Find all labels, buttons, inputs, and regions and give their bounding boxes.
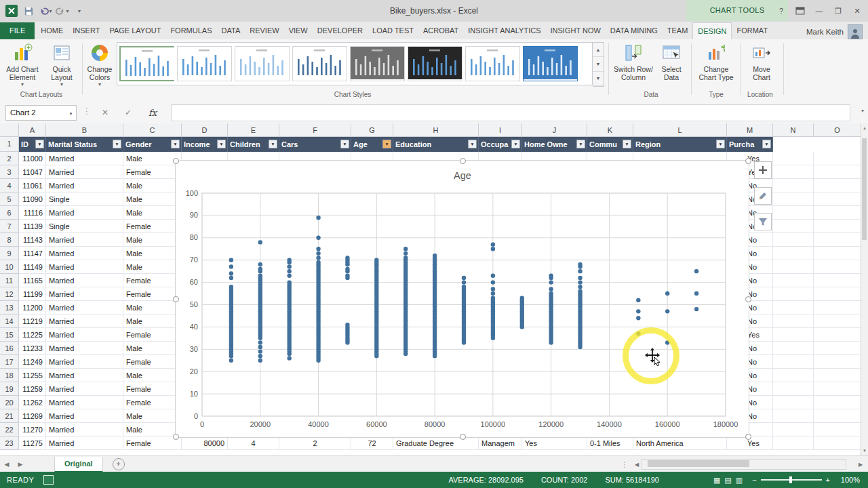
cell-B17[interactable]: Married — [46, 355, 123, 369]
cell-C14[interactable]: Male — [123, 314, 182, 328]
new-sheet-icon[interactable]: + — [113, 458, 125, 470]
cell-C4[interactable]: Male — [123, 179, 182, 192]
account-box[interactable]: Mark Keith — [806, 24, 868, 39]
filter-dropdown-icon[interactable]: ▼ — [576, 140, 585, 148]
cell-N11[interactable] — [773, 274, 814, 287]
cell-C9[interactable]: Male — [123, 247, 182, 260]
cell-B11[interactable]: Married — [46, 274, 123, 287]
cancel-formula-icon[interactable]: ✕ — [96, 105, 114, 120]
cell-O11[interactable] — [814, 274, 861, 287]
tab-review[interactable]: REVIEW — [245, 22, 283, 39]
row-header-12[interactable]: 12 — [0, 287, 19, 301]
column-header-H[interactable]: H — [393, 123, 479, 137]
table-header-cars[interactable]: Cars▼ — [279, 137, 351, 152]
column-header-J[interactable]: J — [522, 123, 587, 137]
cell-B4[interactable]: Married — [46, 179, 123, 192]
cell-C18[interactable]: Male — [123, 369, 182, 382]
view-page-break-icon[interactable]: ▥ — [736, 476, 743, 485]
column-header-K[interactable]: K — [587, 123, 633, 137]
cell-A20[interactable]: 11262 — [19, 396, 46, 409]
chart-selection-handle[interactable] — [745, 296, 751, 302]
cell-O2[interactable] — [814, 152, 861, 165]
table-header-occupa[interactable]: Occupa▼ — [479, 137, 522, 152]
cell-C17[interactable]: Female — [123, 355, 182, 369]
column-header-L[interactable]: L — [633, 123, 727, 137]
row-header-16[interactable]: 16 — [0, 342, 19, 355]
change-chart-type-button[interactable]: Change Chart Type — [696, 41, 736, 89]
sheet-nav-right-icon[interactable]: ▶ — [14, 461, 27, 468]
cell-A16[interactable]: 11233 — [19, 342, 46, 355]
chart-selection-handle[interactable] — [745, 434, 751, 440]
table-header-age[interactable]: Age▼ — [351, 137, 393, 152]
sheet-nav-left-icon[interactable]: ◀ — [0, 461, 14, 468]
macro-record-icon[interactable] — [43, 475, 54, 485]
cell-O9[interactable] — [814, 247, 861, 260]
chart-style-2[interactable] — [177, 46, 232, 81]
cell-C20[interactable]: Female — [123, 396, 182, 409]
table-header-marital-status[interactable]: Marital Status▼ — [46, 137, 123, 152]
name-box-dropdown-icon[interactable]: ▾ — [66, 105, 77, 121]
cell-A3[interactable]: 11047 — [19, 165, 46, 179]
cell-C8[interactable]: Male — [123, 233, 182, 247]
cell-N8[interactable] — [773, 233, 814, 247]
chart-filters-button[interactable] — [754, 213, 772, 230]
cell-B14[interactable]: Married — [46, 314, 123, 328]
column-header-D[interactable]: D — [182, 123, 228, 137]
gallery-down-icon[interactable]: ▼ — [593, 57, 604, 71]
cell-B16[interactable]: Married — [46, 342, 123, 355]
cell-A5[interactable]: 11090 — [19, 192, 46, 206]
cell-N21[interactable] — [773, 409, 814, 423]
row-header-22[interactable]: 22 — [0, 423, 19, 436]
column-header-G[interactable]: G — [351, 123, 393, 137]
chart-styles-button[interactable] — [754, 187, 772, 205]
cell-A7[interactable]: 11139 — [19, 220, 46, 233]
cell-C6[interactable]: Male — [123, 206, 182, 220]
cell-N12[interactable] — [773, 287, 814, 301]
row-header-6[interactable]: 6 — [0, 206, 19, 220]
select-data-button[interactable]: Select Data — [655, 41, 688, 89]
tab-insight-now[interactable]: INSIGHT NOW — [546, 22, 606, 39]
cell-O13[interactable] — [814, 301, 861, 314]
cell-B5[interactable]: Single — [46, 192, 123, 206]
expand-formula-bar-icon[interactable]: ▾ — [861, 108, 864, 114]
row-header-9[interactable]: 9 — [0, 247, 19, 260]
filter-dropdown-icon[interactable]: ▼ — [171, 140, 180, 148]
filter-dropdown-icon[interactable]: ▼ — [468, 140, 477, 148]
cell-O21[interactable] — [814, 409, 861, 423]
column-header-M[interactable]: M — [727, 123, 773, 137]
vertical-scroll-thumb[interactable] — [862, 138, 867, 240]
cell-A6[interactable]: 11116 — [19, 206, 46, 220]
cell-O15[interactable] — [814, 328, 861, 342]
column-header-F[interactable]: F — [279, 123, 351, 137]
name-box[interactable]: Chart 2 — [5, 105, 71, 121]
cell-C21[interactable]: Male — [123, 409, 182, 423]
cell-B23[interactable]: Married — [46, 436, 123, 450]
switch-row-column-button[interactable]: Switch Row/ Column — [614, 41, 653, 89]
cell-A2[interactable]: 11000 — [19, 152, 46, 165]
tab-insight-analytics[interactable]: INSIGHT ANALYTICS — [463, 22, 545, 39]
chart-selection-handle[interactable] — [173, 158, 179, 164]
chart-selection-handle[interactable] — [173, 434, 179, 440]
zoom-slider-knob[interactable] — [789, 476, 792, 483]
help-button[interactable]: ? — [772, 3, 791, 19]
tab-file[interactable]: FILE — [0, 22, 35, 39]
cell-B21[interactable]: Married — [46, 409, 123, 423]
cell-O16[interactable] — [814, 342, 861, 355]
cell-N19[interactable] — [773, 382, 814, 396]
cell-A23[interactable]: 11275 — [19, 436, 46, 450]
row-header-15[interactable]: 15 — [0, 328, 19, 342]
cell-A17[interactable]: 11249 — [19, 355, 46, 369]
cell-O19[interactable] — [814, 382, 861, 396]
cell-B15[interactable]: Married — [46, 328, 123, 342]
cell-A8[interactable]: 11143 — [19, 233, 46, 247]
cell-O4[interactable] — [814, 179, 861, 192]
column-header-N[interactable]: N — [773, 123, 814, 137]
tab-view[interactable]: VIEW — [284, 22, 313, 39]
hscroll-right-icon[interactable]: ▶ — [856, 462, 865, 468]
filter-funnel-icon[interactable]: ▼ — [382, 140, 391, 148]
chart-style-8[interactable] — [523, 46, 578, 81]
horizontal-scrollbar[interactable] — [642, 459, 846, 470]
hscroll-left-icon[interactable]: ◀ — [632, 462, 642, 468]
change-colors-button[interactable]: Change Colors▾ — [83, 41, 116, 89]
row-header-2[interactable]: 2 — [0, 152, 19, 165]
